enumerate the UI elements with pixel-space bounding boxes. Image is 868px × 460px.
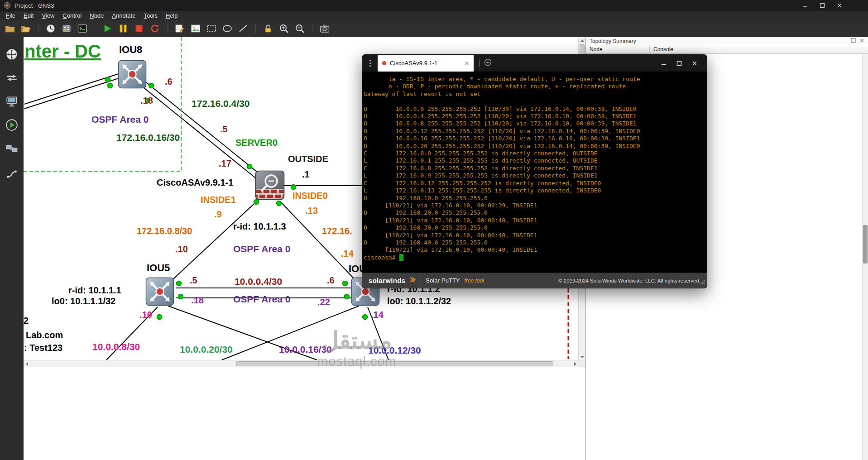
canvas-label[interactable]: .14: [371, 310, 384, 320]
canvas-label[interactable]: r-id: 10.1.1.3: [233, 222, 286, 231]
canvas-label[interactable]: .22: [317, 297, 330, 307]
terminal-console[interactable]: ia - IS-IS inter area, * - candidate def…: [362, 72, 707, 273]
canvas-label[interactable]: 172.16.: [322, 226, 352, 236]
resize-grip-icon[interactable]: [700, 278, 705, 287]
menu-edit[interactable]: Edit: [19, 11, 38, 20]
start-all-icon[interactable]: [101, 22, 114, 35]
node-asa[interactable]: [255, 170, 285, 202]
canvas-label[interactable]: .5: [190, 276, 197, 285]
close-panel-icon[interactable]: [859, 38, 864, 44]
canvas-label[interactable]: IOU8: [119, 44, 142, 55]
menu-help[interactable]: Help: [162, 11, 182, 20]
minimize-button[interactable]: [796, 0, 814, 11]
canvas-label[interactable]: SERVER0: [235, 138, 278, 148]
menu-tools[interactable]: Tools: [139, 11, 161, 20]
canvas-label[interactable]: .18: [140, 96, 153, 105]
suspend-all-icon[interactable]: [117, 22, 129, 35]
zoom-in-icon[interactable]: [278, 22, 290, 35]
switches-icon[interactable]: [0, 137, 24, 160]
add-link-icon[interactable]: [0, 160, 24, 184]
canvas-label[interactable]: OSPF Area 0: [91, 115, 149, 125]
terminal-maximize-button[interactable]: [671, 55, 687, 72]
canvas-label[interactable]: .10: [139, 310, 152, 320]
canvas-label[interactable]: INSIDE1: [201, 195, 236, 205]
draw-ellipse-icon[interactable]: [221, 22, 234, 35]
scroll-right-arrow[interactable]: [571, 360, 578, 367]
scroll-left-arrow[interactable]: [24, 360, 30, 367]
canvas-horizontal-scrollbar[interactable]: [24, 360, 578, 367]
canvas-label[interactable]: : Test123: [24, 343, 62, 353]
canvas-label[interactable]: 172.16.0.4/30: [192, 99, 249, 109]
float-panel-icon[interactable]: [851, 38, 856, 44]
lock-items-icon[interactable]: [262, 22, 274, 35]
routers-icon[interactable]: [0, 66, 24, 90]
canvas-label[interactable]: .6: [327, 276, 335, 285]
panel-scroll-thumb[interactable]: [863, 225, 868, 264]
canvas-label[interactable]: INSIDE0: [293, 191, 328, 201]
stop-all-icon[interactable]: [133, 22, 145, 35]
canvas-label[interactable]: 10.0.0.16/30: [279, 345, 332, 355]
terminal-menu-icon[interactable]: [362, 60, 378, 67]
canvas-label[interactable]: 10.0.0.8/30: [92, 342, 140, 352]
zoom-out-icon[interactable]: [293, 22, 306, 35]
menu-control[interactable]: Control: [58, 11, 86, 20]
close-button[interactable]: [831, 0, 848, 11]
canvas-label[interactable]: 10.0.0.4/30: [235, 277, 282, 287]
canvas-label[interactable]: .10: [175, 244, 188, 254]
canvas-label[interactable]: .5: [220, 125, 228, 134]
column-node[interactable]: Node: [586, 45, 650, 53]
insert-picture-icon[interactable]: [189, 22, 202, 35]
column-console[interactable]: Console: [650, 46, 673, 53]
canvas-label[interactable]: 172.16.0.16/30: [116, 133, 180, 143]
console-terminal-icon[interactable]: [76, 22, 89, 35]
horizontal-scroll-thumb[interactable]: [236, 361, 553, 366]
terminal-close-button[interactable]: [687, 55, 702, 72]
canvas-label[interactable]: .6: [165, 77, 173, 86]
maximize-button[interactable]: [814, 0, 831, 11]
menu-file[interactable]: File: [2, 11, 19, 20]
reload-all-icon[interactable]: [149, 22, 161, 35]
canvas-label[interactable]: 2: [24, 316, 29, 326]
canvas-label[interactable]: Lab.com: [26, 331, 63, 340]
canvas-label[interactable]: r-id: 10.1.1.1: [68, 286, 121, 295]
canvas-label[interactable]: OSPF Area 0: [233, 244, 290, 254]
draw-rectangle-icon[interactable]: [205, 22, 218, 35]
menu-node[interactable]: Node: [86, 11, 108, 20]
canvas-label[interactable]: 10.0.0.12/30: [368, 345, 421, 355]
canvas-label[interactable]: IOU5: [147, 263, 170, 273]
open-project-icon[interactable]: [19, 22, 32, 35]
canvas-label[interactable]: .9: [214, 210, 222, 219]
screenshot-icon[interactable]: [318, 22, 331, 35]
scroll-up-arrow[interactable]: [579, 37, 585, 44]
canvas-label[interactable]: nter - DC: [24, 42, 101, 61]
node-iou5[interactable]: [145, 277, 174, 308]
draw-line-icon[interactable]: [237, 22, 249, 35]
canvas-label[interactable]: .1: [302, 170, 310, 179]
menu-view[interactable]: View: [38, 11, 58, 20]
menu-annotate[interactable]: Annotate: [108, 11, 139, 20]
terminal-minimize-button[interactable]: [656, 55, 671, 72]
canvas-label[interactable]: 10.0.0.20/30: [180, 345, 233, 355]
canvas-label[interactable]: lo0: 10.1.1.2/32: [387, 297, 451, 306]
new-project-icon[interactable]: [4, 22, 16, 35]
canvas-label[interactable]: .17: [219, 159, 231, 168]
start-devices-icon[interactable]: [0, 113, 24, 137]
canvas-label[interactable]: CiscoASAv9.9.1-1: [157, 178, 233, 187]
tab-close-icon[interactable]: [465, 59, 469, 67]
device-console-icon[interactable]: [60, 22, 73, 35]
end-devices-icon[interactable]: [0, 90, 24, 113]
canvas-label[interactable]: .13: [305, 206, 318, 216]
canvas-label[interactable]: .14: [341, 249, 354, 259]
terminal-tab[interactable]: CiscoASAv9.9.1-1: [378, 55, 474, 72]
add-note-icon[interactable]: [173, 22, 186, 35]
node-iou8[interactable]: [118, 60, 147, 91]
snapshot-icon[interactable]: [44, 22, 57, 35]
canvas-label[interactable]: OUTSIDE: [288, 154, 328, 164]
canvas-label[interactable]: OSPF Area 0: [233, 294, 290, 304]
canvas-label[interactable]: lo0: 10.1.1.1/32: [52, 297, 115, 306]
new-tab-icon[interactable]: [484, 58, 492, 68]
canvas-label[interactable]: 172.16.0.8/30: [137, 226, 192, 236]
scroll-down-arrow[interactable]: [579, 353, 585, 360]
panel-scrollbar[interactable]: [862, 54, 868, 460]
all-devices-icon[interactable]: [0, 43, 24, 66]
